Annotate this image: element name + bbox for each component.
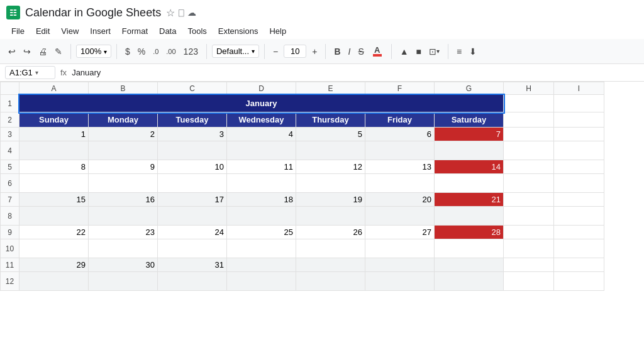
row-header[interactable]: 10 bbox=[1, 239, 19, 258]
empty-cell[interactable] bbox=[504, 160, 554, 174]
table-cell[interactable]: 13 bbox=[365, 160, 435, 174]
table-cell[interactable]: 29 bbox=[19, 258, 89, 272]
drive-icon[interactable]: ⎕ bbox=[179, 8, 184, 18]
empty-cell[interactable] bbox=[504, 174, 554, 193]
table-cell[interactable] bbox=[435, 258, 504, 272]
table-cell[interactable] bbox=[89, 207, 158, 226]
row-header[interactable]: 7 bbox=[1, 193, 19, 207]
table-cell[interactable]: 8 bbox=[19, 160, 89, 174]
menu-insert[interactable]: Insert bbox=[85, 25, 116, 37]
table-cell[interactable] bbox=[365, 272, 435, 291]
table-cell[interactable]: Monday bbox=[89, 112, 158, 128]
borders-button[interactable]: ■ bbox=[413, 45, 425, 58]
table-cell[interactable] bbox=[435, 174, 504, 193]
table-cell[interactable] bbox=[19, 174, 89, 193]
empty-cell[interactable] bbox=[504, 258, 554, 272]
empty-cell[interactable] bbox=[504, 226, 554, 239]
col-header-f[interactable]: F bbox=[365, 82, 435, 95]
italic-button[interactable]: I bbox=[345, 45, 354, 58]
empty-cell[interactable] bbox=[554, 207, 604, 226]
table-cell[interactable]: 15 bbox=[19, 193, 89, 207]
row-header[interactable]: 6 bbox=[1, 174, 19, 193]
table-cell[interactable]: Sunday bbox=[19, 112, 89, 128]
font-size-plus-button[interactable]: + bbox=[309, 45, 320, 58]
cell-reference-box[interactable]: A1:G1 ▾ bbox=[5, 66, 55, 79]
row-header[interactable]: 2 bbox=[1, 112, 19, 128]
col-header-c[interactable]: C bbox=[158, 82, 227, 95]
table-cell[interactable] bbox=[365, 174, 435, 193]
empty-cell[interactable] bbox=[554, 95, 604, 112]
table-cell[interactable] bbox=[158, 272, 227, 291]
empty-cell[interactable] bbox=[554, 112, 604, 128]
sheet-container[interactable]: A B C D E F G H I 1January2SundayMondayT… bbox=[0, 82, 644, 338]
empty-cell[interactable] bbox=[554, 160, 604, 174]
font-color-button[interactable]: A bbox=[369, 44, 386, 59]
table-cell[interactable] bbox=[89, 239, 158, 258]
table-cell[interactable] bbox=[158, 239, 227, 258]
paint-format-button[interactable]: ✎ bbox=[52, 45, 65, 58]
table-cell[interactable]: 18 bbox=[227, 193, 296, 207]
table-cell[interactable] bbox=[365, 207, 435, 226]
table-cell[interactable] bbox=[435, 272, 504, 291]
table-cell[interactable] bbox=[89, 174, 158, 193]
zoom-control[interactable]: 100% ▾ bbox=[76, 45, 111, 58]
table-cell[interactable] bbox=[365, 239, 435, 258]
empty-cell[interactable] bbox=[554, 193, 604, 207]
table-cell[interactable]: 17 bbox=[158, 193, 227, 207]
menu-format[interactable]: Format bbox=[117, 25, 153, 37]
font-size-minus-button[interactable]: − bbox=[270, 45, 281, 58]
empty-cell[interactable] bbox=[504, 112, 554, 128]
empty-cell[interactable] bbox=[504, 95, 554, 112]
empty-cell[interactable] bbox=[504, 239, 554, 258]
table-cell[interactable] bbox=[158, 174, 227, 193]
table-cell[interactable]: 30 bbox=[89, 258, 158, 272]
table-cell[interactable] bbox=[365, 141, 435, 160]
cloud-icon[interactable]: ☁ bbox=[187, 8, 196, 18]
table-cell[interactable]: 25 bbox=[227, 226, 296, 239]
table-cell[interactable]: Saturday bbox=[435, 112, 504, 128]
table-cell[interactable] bbox=[19, 272, 89, 291]
menu-file[interactable]: File bbox=[6, 25, 30, 37]
table-cell[interactable] bbox=[19, 239, 89, 258]
table-cell[interactable] bbox=[227, 258, 296, 272]
col-header-b[interactable]: B bbox=[89, 82, 158, 95]
undo-button[interactable]: ↩ bbox=[5, 45, 19, 58]
menu-tools[interactable]: Tools bbox=[182, 25, 211, 37]
inc-decimals-button[interactable]: .00 bbox=[163, 46, 179, 57]
table-cell[interactable]: 28 bbox=[435, 226, 504, 239]
table-cell[interactable]: 20 bbox=[365, 193, 435, 207]
table-cell[interactable] bbox=[435, 239, 504, 258]
table-cell[interactable] bbox=[227, 174, 296, 193]
redo-button[interactable]: ↪ bbox=[20, 45, 34, 58]
table-cell[interactable]: 19 bbox=[296, 193, 365, 207]
dec-decimals-button[interactable]: .0 bbox=[150, 46, 162, 57]
table-cell[interactable] bbox=[296, 272, 365, 291]
row-header[interactable]: 9 bbox=[1, 226, 19, 239]
table-cell[interactable] bbox=[435, 207, 504, 226]
table-cell[interactable]: 5 bbox=[296, 128, 365, 141]
row-header[interactable]: 1 bbox=[1, 95, 19, 112]
table-cell[interactable] bbox=[19, 207, 89, 226]
table-cell[interactable] bbox=[89, 141, 158, 160]
table-cell[interactable]: 10 bbox=[158, 160, 227, 174]
currency-button[interactable]: $ bbox=[122, 45, 133, 58]
row-header[interactable]: 8 bbox=[1, 207, 19, 226]
table-cell[interactable] bbox=[89, 272, 158, 291]
menu-data[interactable]: Data bbox=[154, 25, 181, 37]
table-cell[interactable]: 4 bbox=[227, 128, 296, 141]
strikethrough-button[interactable]: S bbox=[355, 45, 367, 58]
table-cell[interactable]: 27 bbox=[365, 226, 435, 239]
table-cell[interactable] bbox=[296, 239, 365, 258]
more-formats-button[interactable]: 123 bbox=[180, 45, 201, 58]
january-header-cell[interactable]: January bbox=[19, 95, 504, 112]
star-icon[interactable]: ☆ bbox=[166, 7, 175, 19]
fill-color-button[interactable]: ▲ bbox=[397, 45, 412, 58]
row-header[interactable]: 4 bbox=[1, 141, 19, 160]
table-cell[interactable]: 31 bbox=[158, 258, 227, 272]
menu-view[interactable]: View bbox=[56, 25, 84, 37]
print-button[interactable]: 🖨 bbox=[35, 45, 50, 58]
table-cell[interactable] bbox=[365, 258, 435, 272]
table-cell[interactable] bbox=[227, 141, 296, 160]
empty-cell[interactable] bbox=[504, 141, 554, 160]
align-v-button[interactable]: ⬇ bbox=[466, 45, 480, 58]
